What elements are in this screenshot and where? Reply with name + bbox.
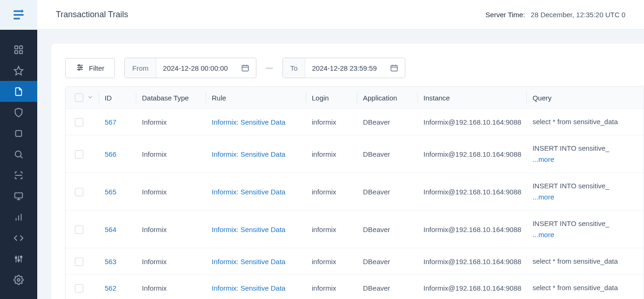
- row-id-link[interactable]: 564: [105, 226, 116, 233]
- svg-line-10: [20, 156, 23, 158]
- row-instance: Informix@192.168.10.164:9088: [423, 258, 521, 266]
- sidebar-item-shield[interactable]: [0, 102, 37, 123]
- row-rule-link[interactable]: Informix: Sensitive Data: [212, 284, 285, 292]
- sidebar-item-chart[interactable]: [0, 206, 37, 227]
- row-checkbox[interactable]: [75, 284, 83, 292]
- svg-rect-12: [15, 193, 23, 198]
- svg-point-30: [78, 69, 80, 70]
- row-checkbox[interactable]: [75, 258, 83, 266]
- svg-rect-4: [20, 46, 22, 48]
- calendar-icon[interactable]: [383, 64, 405, 72]
- row-query: INSERT INTO sensitive_: [532, 144, 609, 152]
- col-header-login[interactable]: Login: [306, 87, 357, 109]
- sidebar-item-search[interactable]: [0, 144, 37, 165]
- row-checkbox[interactable]: [75, 226, 83, 234]
- sidebar-item-dashboard[interactable]: [0, 39, 37, 60]
- sidebar-item-sliders[interactable]: [0, 248, 37, 269]
- table-row: 566InformixInformix: Sensitive Datainfor…: [66, 135, 644, 173]
- svg-rect-31: [242, 66, 248, 71]
- sidebar-item-scan[interactable]: [0, 165, 37, 186]
- calendar-icon[interactable]: [235, 64, 256, 72]
- row-dbtype: Informix: [142, 284, 167, 292]
- row-checkbox[interactable]: [75, 118, 83, 126]
- svg-point-21: [18, 259, 20, 261]
- table-row: 563InformixInformix: Sensitive Datainfor…: [66, 248, 644, 275]
- row-login: informix: [312, 188, 336, 196]
- row-id-link[interactable]: 566: [105, 150, 116, 158]
- svg-marker-7: [14, 66, 23, 74]
- row-checkbox[interactable]: [75, 150, 83, 159]
- more-link[interactable]: ...more: [532, 193, 554, 201]
- col-header-id[interactable]: ID: [99, 87, 136, 109]
- svg-rect-6: [20, 50, 22, 53]
- shield-icon: [13, 107, 24, 118]
- row-instance: Informix@192.168.10.164:9088: [423, 188, 521, 196]
- dashboard-icon: [13, 45, 24, 55]
- logo[interactable]: [0, 0, 37, 30]
- svg-rect-5: [15, 50, 18, 53]
- date-to-box[interactable]: To 2024-12-28 23:59:59: [282, 58, 405, 78]
- sidebar-item-code[interactable]: [0, 227, 37, 248]
- table-row: 562InformixInformix: Sensitive Datainfor…: [66, 275, 644, 299]
- gear-icon: [13, 275, 24, 285]
- row-rule-link[interactable]: Informix: Sensitive Data: [212, 258, 285, 266]
- svg-point-28: [80, 66, 82, 68]
- row-rule-link[interactable]: Informix: Sensitive Data: [212, 226, 285, 233]
- row-rule-link[interactable]: Informix: Sensitive Data: [212, 188, 285, 196]
- row-rule-link[interactable]: Informix: Sensitive Data: [212, 118, 285, 126]
- row-dbtype: Informix: [142, 118, 167, 126]
- sidebar-item-file[interactable]: [0, 81, 37, 102]
- row-id-link[interactable]: 565: [105, 188, 116, 196]
- col-header-rule[interactable]: Rule: [206, 87, 306, 109]
- monitor-icon: [13, 191, 24, 201]
- content-card: Filter From 2024-12-28 00:00:00 — To 202…: [51, 44, 644, 299]
- date-to-label: To: [283, 58, 306, 78]
- col-header-instance[interactable]: Instance: [418, 87, 527, 109]
- col-header-dbtype[interactable]: Database Type: [136, 87, 206, 109]
- sidebar-item-layers[interactable]: [0, 123, 37, 144]
- svg-point-26: [78, 65, 80, 66]
- select-all-checkbox[interactable]: [75, 93, 83, 102]
- col-header-application[interactable]: Application: [357, 87, 418, 109]
- row-application: DBeaver: [363, 188, 390, 196]
- row-instance: Informix@192.168.10.164:9088: [423, 284, 521, 292]
- table-row: 567InformixInformix: Sensitive Datainfor…: [66, 109, 644, 135]
- row-login: informix: [312, 150, 336, 158]
- search-icon: [13, 149, 24, 159]
- server-time: Server Time: 28 December, 12:35:20 UTC 0: [485, 11, 625, 19]
- row-id-link[interactable]: 562: [105, 284, 116, 292]
- row-dbtype: Informix: [142, 258, 167, 266]
- sidebar-item-monitor[interactable]: [0, 186, 37, 206]
- row-id-link[interactable]: 563: [105, 258, 116, 266]
- svg-point-9: [15, 151, 21, 157]
- more-link[interactable]: ...more: [532, 155, 554, 163]
- topbar: Transactional Trails Server Time: 28 Dec…: [37, 0, 644, 30]
- date-separator: —: [266, 64, 273, 72]
- more-link[interactable]: ...more: [532, 231, 554, 239]
- svg-point-23: [20, 256, 22, 258]
- row-id-link[interactable]: 567: [105, 118, 116, 126]
- filter-button[interactable]: Filter: [65, 58, 115, 78]
- row-login: informix: [312, 258, 336, 266]
- row-rule-link[interactable]: Informix: Sensitive Data: [212, 150, 285, 158]
- server-time-label: Server Time:: [485, 11, 525, 19]
- date-from-box[interactable]: From 2024-12-28 00:00:00: [124, 58, 256, 78]
- row-dbtype: Informix: [142, 150, 167, 158]
- table-row: 565InformixInformix: Sensitive Datainfor…: [66, 173, 644, 211]
- col-header-query[interactable]: Query: [527, 87, 644, 109]
- date-from-value[interactable]: 2024-12-28 00:00:00: [156, 64, 234, 72]
- row-application: DBeaver: [363, 226, 390, 233]
- filter-label: Filter: [89, 64, 104, 72]
- code-icon: [13, 233, 24, 243]
- row-instance: Informix@192.168.10.164:9088: [423, 226, 521, 233]
- sidebar: [0, 0, 37, 299]
- chevron-down-icon[interactable]: [87, 94, 94, 102]
- svg-point-24: [17, 279, 20, 281]
- row-checkbox[interactable]: [75, 188, 83, 196]
- date-to-value[interactable]: 2024-12-28 23:59:59: [305, 64, 383, 72]
- sidebar-item-gear[interactable]: [0, 269, 37, 290]
- server-time-value: 28 December, 12:35:20 UTC 0: [531, 11, 625, 19]
- page-title: Transactional Trails: [56, 10, 128, 20]
- trails-table: ID Database Type Rule Login Application …: [66, 87, 644, 299]
- sidebar-item-star[interactable]: [0, 60, 37, 81]
